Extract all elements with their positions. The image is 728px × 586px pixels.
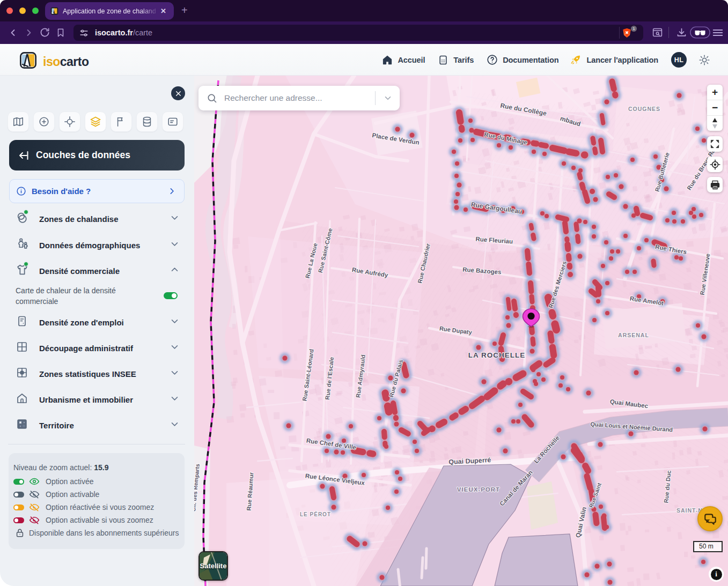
svg-text:COUGNES: COUGNES [628,106,660,112]
svg-text:LE PÉROT: LE PÉROT [300,511,331,517]
svg-text:LA ROCHELLE: LA ROCHELLE [468,351,526,359]
svg-text:ARSENAL: ARSENAL [618,332,649,338]
svg-text:VIEUX-PORT: VIEUX-PORT [457,486,500,493]
